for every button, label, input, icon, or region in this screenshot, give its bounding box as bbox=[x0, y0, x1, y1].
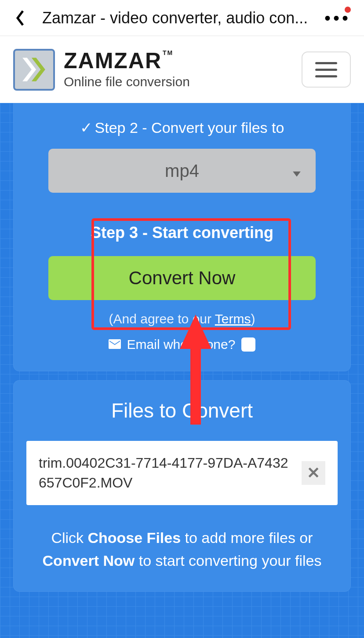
svg-marker-2 bbox=[293, 172, 301, 177]
mail-icon bbox=[109, 337, 121, 352]
notification-dot-icon bbox=[345, 7, 351, 13]
step3-block: Step 3 - Start converting Convert Now (A… bbox=[26, 224, 338, 352]
step3-title: Step 3 - Start converting bbox=[26, 224, 338, 242]
files-title: Files to Convert bbox=[26, 399, 338, 422]
terms-prefix: (And agree to our bbox=[109, 312, 215, 326]
brand-logo[interactable] bbox=[13, 49, 55, 91]
double-chevron-right-icon bbox=[21, 56, 48, 83]
site-header: ZAMZARTM Online file conversion bbox=[0, 36, 364, 103]
hint-choose-files: Choose Files bbox=[88, 529, 181, 546]
page-title: Zamzar - video converter, audio con... bbox=[42, 9, 320, 27]
hint-text: to start converting your files bbox=[135, 552, 321, 569]
terms-suffix: ) bbox=[251, 312, 255, 326]
terms-link[interactable]: Terms bbox=[215, 312, 251, 326]
remove-file-button[interactable]: ✕ bbox=[302, 461, 325, 485]
chevron-left-icon bbox=[15, 9, 25, 27]
page-body: ✓Step 2 - Convert your files to mp4 Step… bbox=[0, 103, 364, 638]
hamburger-icon bbox=[315, 62, 337, 64]
terms-line: (And agree to our Terms) bbox=[26, 312, 338, 326]
file-name: trim.00402C31-7714-4177-97DA-A7432657C0F… bbox=[39, 453, 293, 493]
back-button[interactable] bbox=[13, 7, 27, 29]
brand-name-text: ZAMZAR bbox=[64, 48, 162, 73]
email-when-done-row: Email when done? bbox=[26, 337, 338, 352]
format-selected-value: mp4 bbox=[165, 161, 199, 181]
brand-text: ZAMZARTM Online file conversion bbox=[64, 50, 302, 89]
file-row: trim.00402C31-7714-4177-97DA-A7432657C0F… bbox=[26, 441, 338, 505]
svg-marker-0 bbox=[22, 58, 36, 81]
more-menu-button[interactable]: ••• bbox=[324, 5, 351, 31]
hamburger-icon bbox=[315, 75, 337, 77]
brand-name: ZAMZARTM bbox=[64, 50, 302, 72]
format-select[interactable]: mp4 bbox=[48, 149, 316, 193]
trademark-text: TM bbox=[163, 49, 173, 56]
files-panel: Files to Convert trim.00402C31-7714-4177… bbox=[13, 380, 351, 592]
hamburger-icon bbox=[315, 69, 337, 71]
browser-top-bar: Zamzar - video converter, audio con... •… bbox=[0, 0, 364, 36]
hint-text: Click bbox=[51, 529, 87, 546]
hint-convert-now: Convert Now bbox=[43, 552, 135, 569]
step2-label: ✓Step 2 - Convert your files to bbox=[26, 119, 338, 136]
close-icon: ✕ bbox=[307, 464, 320, 482]
convert-now-button[interactable]: Convert Now bbox=[48, 256, 316, 300]
dropdown-caret-icon bbox=[293, 161, 301, 181]
files-hint: Click Choose Files to add more files or … bbox=[26, 526, 338, 572]
email-when-done-label: Email when done? bbox=[127, 337, 236, 352]
brand-tagline: Online file conversion bbox=[64, 74, 302, 89]
hint-text: to add more files or bbox=[181, 529, 313, 546]
check-icon: ✓ bbox=[80, 119, 92, 136]
step2-label-text: Step 2 - Convert your files to bbox=[95, 119, 284, 136]
convert-panel: ✓Step 2 - Convert your files to mp4 Step… bbox=[13, 103, 351, 371]
menu-button[interactable] bbox=[302, 51, 351, 88]
email-when-done-checkbox[interactable] bbox=[241, 337, 255, 352]
